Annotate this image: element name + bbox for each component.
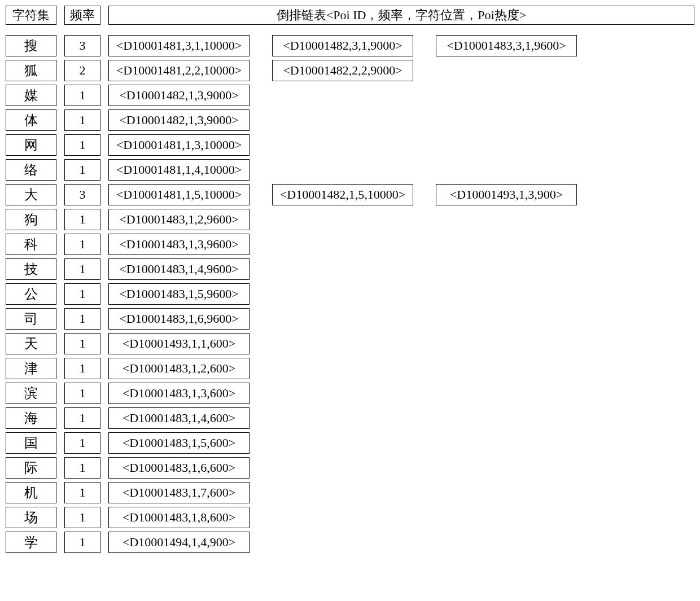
table-row: 国1<D10001483,1,5,600> [6, 432, 694, 454]
freq-cell: 1 [64, 258, 100, 280]
table-row: 网1<D10001481,1,3,10000> [6, 134, 694, 156]
tuple-cell: <D10001483,1,6,9600> [108, 308, 250, 330]
tuple-list: <D10001494,1,4,900> [108, 532, 250, 553]
tuple-cell: <D10001483,1,2,600> [108, 358, 250, 379]
freq-cell: 3 [64, 184, 100, 205]
charset-cell: 狗 [6, 209, 56, 230]
tuple-list: <D10001481,1,5,10000><D10001482,1,5,1000… [108, 184, 577, 205]
tuple-cell: <D10001482,1,3,9000> [108, 85, 250, 106]
table-row: 媒1<D10001482,1,3,9000> [6, 85, 694, 106]
charset-cell: 海 [6, 407, 56, 429]
freq-cell: 1 [64, 457, 100, 479]
tuple-cell: <D10001493,1,1,600> [108, 333, 250, 354]
charset-cell: 媒 [6, 85, 56, 106]
table-row: 技1<D10001483,1,4,9600> [6, 258, 694, 280]
freq-cell: 1 [64, 134, 100, 156]
tuple-list: <D10001481,1,3,10000> [108, 134, 250, 156]
tuple-list: <D10001483,1,5,9600> [108, 283, 250, 305]
table-row: 学1<D10001494,1,4,900> [6, 532, 694, 553]
tuple-list: <D10001483,1,2,9600> [108, 209, 250, 230]
tuple-list: <D10001483,1,8,600> [108, 507, 250, 528]
freq-cell: 1 [64, 283, 100, 305]
tuple-list: <D10001483,1,3,600> [108, 383, 250, 404]
table-row: 际1<D10001483,1,6,600> [6, 457, 694, 479]
charset-cell: 滨 [6, 383, 56, 404]
tuple-list: <D10001483,1,6,600> [108, 457, 250, 479]
charset-cell: 机 [6, 482, 56, 503]
charset-cell: 技 [6, 258, 56, 280]
table-row: 天1<D10001493,1,1,600> [6, 333, 694, 354]
tuple-cell: <D10001483,3,1,9600> [436, 35, 577, 56]
table-row: 络1<D10001481,1,4,10000> [6, 159, 694, 181]
header-freq: 频率 [64, 6, 100, 25]
table-row: 狐2<D10001481,2,2,10000><D10001482,2,2,90… [6, 60, 694, 81]
tuple-cell: <D10001483,1,8,600> [108, 507, 250, 528]
table-row: 司1<D10001483,1,6,9600> [6, 308, 694, 330]
charset-cell: 络 [6, 159, 56, 181]
charset-cell: 场 [6, 507, 56, 528]
charset-cell: 际 [6, 457, 56, 479]
tuple-cell: <D10001483,1,5,9600> [108, 283, 250, 305]
table-row: 科1<D10001483,1,3,9600> [6, 234, 694, 255]
table-body: 搜3<D10001481,3,1,10000><D10001482,3,1,90… [6, 35, 694, 553]
charset-cell: 体 [6, 109, 56, 131]
tuple-cell: <D10001483,1,2,9600> [108, 209, 250, 230]
freq-cell: 1 [64, 507, 100, 528]
table-row: 大3<D10001481,1,5,10000><D10001482,1,5,10… [6, 184, 694, 205]
tuple-list: <D10001481,1,4,10000> [108, 159, 250, 181]
freq-cell: 1 [64, 159, 100, 181]
tuple-cell: <D10001482,2,2,9000> [272, 60, 413, 81]
tuple-list: <D10001483,1,5,600> [108, 432, 250, 454]
table-row: 海1<D10001483,1,4,600> [6, 407, 694, 429]
tuple-cell: <D10001482,3,1,9000> [272, 35, 413, 56]
freq-cell: 1 [64, 109, 100, 131]
freq-cell: 1 [64, 85, 100, 106]
table-row: 公1<D10001483,1,5,9600> [6, 283, 694, 305]
freq-cell: 1 [64, 383, 100, 404]
tuple-list: <D10001482,1,3,9000> [108, 109, 250, 131]
tuple-list: <D10001483,1,6,9600> [108, 308, 250, 330]
charset-cell: 学 [6, 532, 56, 553]
table-row: 机1<D10001483,1,7,600> [6, 482, 694, 503]
tuple-list: <D10001493,1,1,600> [108, 333, 250, 354]
charset-cell: 科 [6, 234, 56, 255]
tuple-cell: <D10001483,1,3,9600> [108, 234, 250, 255]
header-charset: 字符集 [6, 6, 56, 25]
tuple-list: <D10001483,1,3,9600> [108, 234, 250, 255]
tuple-list: <D10001483,1,4,600> [108, 407, 250, 429]
tuple-cell: <D10001494,1,4,900> [108, 532, 250, 553]
header-list: 倒排链表<Poi ID，频率，字符位置，Poi热度> [108, 6, 694, 25]
tuple-cell: <D10001493,1,3,900> [436, 184, 577, 205]
tuple-cell: <D10001483,1,4,9600> [108, 258, 250, 280]
freq-cell: 2 [64, 60, 100, 81]
tuple-list: <D10001482,1,3,9000> [108, 85, 250, 106]
tuple-cell: <D10001482,1,5,10000> [272, 184, 413, 205]
charset-cell: 公 [6, 283, 56, 305]
tuple-list: <D10001483,1,4,9600> [108, 258, 250, 280]
tuple-cell: <D10001481,3,1,10000> [108, 35, 250, 56]
tuple-cell: <D10001483,1,5,600> [108, 432, 250, 454]
tuple-cell: <D10001481,1,3,10000> [108, 134, 250, 156]
charset-cell: 大 [6, 184, 56, 205]
charset-cell: 天 [6, 333, 56, 354]
freq-cell: 3 [64, 35, 100, 56]
freq-cell: 1 [64, 333, 100, 354]
tuple-cell: <D10001482,1,3,9000> [108, 109, 250, 131]
table-row: 搜3<D10001481,3,1,10000><D10001482,3,1,90… [6, 35, 694, 56]
table-row: 狗1<D10001483,1,2,9600> [6, 209, 694, 230]
freq-cell: 1 [64, 407, 100, 429]
freq-cell: 1 [64, 209, 100, 230]
tuple-cell: <D10001483,1,6,600> [108, 457, 250, 479]
freq-cell: 1 [64, 308, 100, 330]
header-row: 字符集 频率 倒排链表<Poi ID，频率，字符位置，Poi热度> [6, 6, 694, 25]
freq-cell: 1 [64, 234, 100, 255]
table-row: 体1<D10001482,1,3,9000> [6, 109, 694, 131]
tuple-cell: <D10001481,1,5,10000> [108, 184, 250, 205]
charset-cell: 国 [6, 432, 56, 454]
charset-cell: 狐 [6, 60, 56, 81]
freq-cell: 1 [64, 532, 100, 553]
charset-cell: 津 [6, 358, 56, 379]
tuple-cell: <D10001483,1,7,600> [108, 482, 250, 503]
charset-cell: 搜 [6, 35, 56, 56]
charset-cell: 网 [6, 134, 56, 156]
